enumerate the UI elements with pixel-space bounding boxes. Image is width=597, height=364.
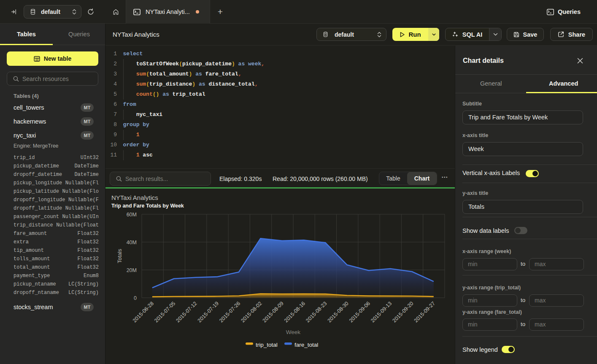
svg-text:2015-08-09: 2015-08-09	[262, 300, 285, 324]
svg-text:2015-07-26: 2015-07-26	[218, 300, 241, 324]
svg-text:2015-08-23: 2015-08-23	[305, 300, 328, 324]
svg-text:2015-08-16: 2015-08-16	[283, 300, 306, 324]
svg-text:2015-08-30: 2015-08-30	[327, 300, 350, 324]
svg-text:2015-06-28: 2015-06-28	[132, 300, 155, 324]
svg-text:2015-09-06: 2015-09-06	[348, 300, 371, 324]
svg-text:fare_total: fare_total	[294, 342, 318, 348]
svg-text:trip_total: trip_total	[256, 342, 278, 348]
svg-text:2015-09-20: 2015-09-20	[392, 300, 415, 324]
svg-text:20M: 20M	[127, 267, 137, 273]
svg-text:Week: Week	[286, 329, 301, 335]
svg-text:2015-07-05: 2015-07-05	[153, 300, 176, 324]
svg-text:Totals: Totals	[116, 249, 123, 263]
svg-text:40M: 40M	[127, 240, 137, 245]
svg-text:2015-07-12: 2015-07-12	[175, 300, 198, 324]
svg-text:0: 0	[134, 295, 137, 301]
svg-text:60M: 60M	[127, 212, 137, 218]
svg-text:2015-09-13: 2015-09-13	[370, 300, 393, 324]
svg-text:2015-07-19: 2015-07-19	[197, 300, 220, 324]
svg-text:2015-09-27: 2015-09-27	[413, 300, 436, 324]
svg-text:2015-08-02: 2015-08-02	[240, 300, 263, 324]
